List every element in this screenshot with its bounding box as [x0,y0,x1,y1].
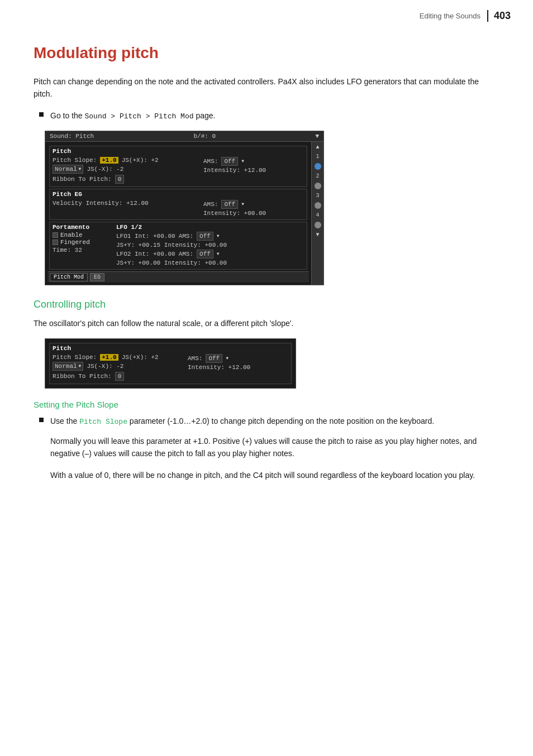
small-pitch-two-col: Pitch Slope: +1.0 JS(+X): +2 Normal ▼ JS… [53,353,288,382]
pitch-col-left: Pitch Slope: +1.0 JS(+X): +2 Normal ▼ JS… [53,156,201,185]
portamento-col: Portamento Enable Fingered Time: 32 [53,224,114,267]
section-title: Editing the Sounds [420,12,480,20]
lfo1-row2: JS+Y: +00.15 Intensity: +00.00 [116,242,304,248]
small-pitch-row1: Pitch Slope: +1.0 JS(+X): +2 [53,354,185,361]
pitch-slope-subheading: Setting the Pitch Slope [34,400,499,409]
pitch-col-right: AMS: Off ▼ Intensity: +12.00 [203,156,304,185]
lfo2-ams[interactable]: Off [197,250,213,259]
ui-header-title: Sound: Pitch [50,133,94,140]
small-pitch-row3: Ribbon To Pitch: 0 [53,372,185,381]
ui-sidebar: ▲ 1 2 3 4 ▼ [311,142,323,285]
sidebar-num-4: 4 [316,212,319,218]
pitch-eg-col-left: Velocity Intensity: +12.00 [53,199,201,218]
pitch-eg-title: Pitch EG [53,191,304,198]
fingered-row: Fingered [53,239,114,246]
small-ams-row: AMS: Off ▼ [188,354,288,363]
menu-path: Sound > Pitch > Pitch Mod [84,112,193,121]
fingered-checkbox[interactable] [53,240,58,245]
pitch-row3: Ribbon To Pitch: 0 [53,175,201,184]
pitch-slope-value[interactable]: +1.0 [100,157,118,164]
bullet-text-2: Use the Pitch Slope parameter (-1.0…+2.0… [50,415,434,428]
para1: Normally you will leave this parameter a… [50,435,499,460]
enable-row: Enable [53,232,114,238]
sidebar-circle-4[interactable] [315,222,321,228]
enable-checkbox[interactable] [53,232,58,238]
ui-portamento-lfo-section: Portamento Enable Fingered Time: 32 [49,222,307,270]
intensity-row2: Intensity: +00.00 [203,210,304,217]
lfo1-row1: LFO1 Int: +00.00 AMS: Off ▼ [116,232,304,241]
pitch-eg-col-right: AMS: Off ▼ Intensity: +00.00 [203,199,304,218]
ribbon-to-pitch[interactable]: 0 [115,175,125,184]
section2-paragraph: The oscillator's pitch can follow the na… [34,317,499,329]
sidebar-num-3: 3 [316,193,319,199]
sidebar-circle-2[interactable] [315,183,321,189]
sidebar-down-arrow[interactable]: ▼ [316,232,319,238]
ams-value2[interactable]: Off [221,200,238,209]
tab-pitch-mod[interactable]: Pitch Mod [50,273,88,281]
main-content: Modulating pitch Pitch can change depend… [0,27,533,513]
tab-eg[interactable]: EG [90,273,104,281]
time-row: Time: 32 [53,247,114,253]
sidebar-circle-3[interactable] [315,202,321,209]
ui-tabs: Pitch Mod EG [47,271,309,283]
ams-row2: AMS: Off ▼ [203,200,304,209]
small-pitch-row2: Normal ▼ JS(-X): -2 [53,362,185,371]
chapter-title: Modulating pitch [34,44,499,62]
ams-value1[interactable]: Off [221,157,238,166]
page-number: 403 [487,10,511,22]
small-pitch-section: Pitch Pitch Slope: +1.0 JS(+X): +2 Norma… [49,343,292,384]
para2: With a value of 0, there will be no chan… [50,469,499,481]
ui-header-center: b/#: 0 [194,133,216,140]
sidebar-circle-1[interactable] [315,163,321,170]
vel-intensity-row: Velocity Intensity: +12.00 [53,200,201,207]
small-ribbon-to-pitch[interactable]: 0 [115,372,125,381]
lfo1-ams[interactable]: Off [197,232,213,241]
small-normal-dropdown[interactable]: Normal ▼ [53,362,83,371]
pitch-row2: Normal ▼ JS(-X): -2 [53,165,201,174]
small-pitch-slope[interactable]: +1.0 [100,354,118,361]
small-intensity-row: Intensity: +12.00 [188,364,288,371]
bullet-item-2: Use the Pitch Slope parameter (-1.0…+2.0… [39,415,499,428]
pitch-eg-two-col: Velocity Intensity: +12.00 AMS: Off ▼ In… [53,199,304,218]
lfo-col: LFO 1/2 LFO1 Int: +00.00 AMS: Off ▼ JS+Y… [116,224,304,267]
bullet-item-1: Go to the Sound > Pitch > Pitch Mod page… [39,109,499,123]
ams-row1: AMS: Off ▼ [203,157,304,166]
portamento-lfo-two-col: Portamento Enable Fingered Time: 32 [53,224,304,267]
ui-pitch-section: Pitch Pitch Slope: +1.0 JS(+X): +2 Norma… [49,146,307,187]
bullet-text-1: Go to the Sound > Pitch > Pitch Mod page… [50,109,215,123]
normal-dropdown[interactable]: Normal ▼ [53,165,83,174]
small-ams-value[interactable]: Off [206,354,222,363]
small-ui-body: Pitch Pitch Slope: +1.0 JS(+X): +2 Norma… [45,339,296,388]
ui-body: Pitch Pitch Slope: +1.0 JS(+X): +2 Norma… [45,142,323,285]
sidebar-num-1: 1 [316,154,319,160]
portamento-title: Portamento [53,224,114,231]
pitch-two-col: Pitch Slope: +1.0 JS(+X): +2 Normal ▼ JS… [53,156,304,185]
lfo-title: LFO 1/2 [116,224,304,231]
sidebar-num-2: 2 [316,173,319,179]
small-pitch-col-right: AMS: Off ▼ Intensity: +12.00 [188,353,288,382]
ui-pitch-eg-section: Pitch EG Velocity Intensity: +12.00 AMS:… [49,189,307,220]
ui-header: Sound: Pitch b/#: 0 ▼ [45,131,323,142]
sidebar-up-arrow[interactable]: ▲ [316,144,319,150]
small-ui-main: Pitch Pitch Slope: +1.0 JS(+X): +2 Norma… [45,339,296,388]
ui-header-arrow: ▼ [315,133,319,140]
intro-paragraph: Pitch can change depending on the note a… [34,75,499,101]
ui-screenshot-small: Pitch Pitch Slope: +1.0 JS(+X): +2 Norma… [45,338,296,389]
bullet-square-2 [39,418,44,422]
pitch-section-title: Pitch [53,148,304,155]
lfo2-row2: JS+Y: +00.00 Intensity: +00.00 [116,260,304,266]
page-header: Editing the Sounds 403 [0,0,533,27]
small-pitch-title: Pitch [53,345,288,352]
small-pitch-col-left: Pitch Slope: +1.0 JS(+X): +2 Normal ▼ JS… [53,353,185,382]
controlling-pitch-heading: Controlling pitch [34,299,499,310]
ui-main-area: Pitch Pitch Slope: +1.0 JS(+X): +2 Norma… [45,142,311,285]
lfo2-row1: LFO2 Int: +00.00 AMS: Off ▼ [116,250,304,259]
intensity-row1: Intensity: +12.00 [203,167,304,174]
pitch-row1: Pitch Slope: +1.0 JS(+X): +2 [53,157,201,164]
ui-screenshot-main: Sound: Pitch b/#: 0 ▼ Pitch Pitch Slope:… [45,131,324,285]
bullet-square [39,112,44,117]
pitch-slope-ref: Pitch Slope [79,418,127,426]
